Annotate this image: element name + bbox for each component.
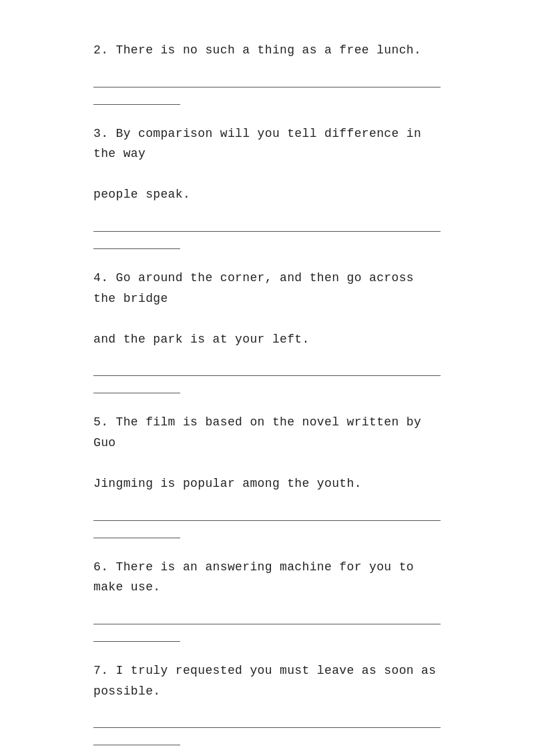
sentence-5: 5. The film is based on the novel writte… (93, 412, 441, 494)
exercise-item-7: 7. I truly requested you must leave as s… (93, 660, 441, 745)
exercise-list: 2. There is no such a thing as a free lu… (93, 40, 441, 756)
answer-lines-6 (93, 610, 441, 642)
item-number-4: 4. (93, 271, 108, 285)
sentence-3: 3. By comparison will you tell differenc… (93, 124, 441, 205)
answer-line-long-7[interactable] (93, 713, 441, 728)
exercise-item-6: 6. There is an answering machine for you… (93, 557, 441, 642)
answer-line-short-5[interactable] (93, 524, 180, 538)
sentence-4: 4. Go around the corner, and then go acr… (93, 268, 441, 349)
sentence-7: 7. I truly requested you must leave as s… (93, 660, 441, 701)
answer-lines-3 (93, 217, 441, 249)
exercise-item-5: 5. The film is based on the novel writte… (93, 412, 441, 538)
item-number-6: 6. (93, 560, 108, 574)
item-number-5: 5. (93, 415, 108, 429)
answer-line-short-3[interactable] (93, 234, 180, 249)
exercise-item-3: 3. By comparison will you tell differenc… (93, 124, 441, 249)
answer-lines-5 (93, 506, 441, 538)
answer-lines-4 (93, 361, 441, 393)
answer-line-long-5[interactable] (93, 506, 441, 521)
answer-lines-7 (93, 713, 441, 745)
answer-line-long-3[interactable] (93, 217, 441, 232)
sentence-6: 6. There is an answering machine for you… (93, 557, 441, 598)
answer-line-short-6[interactable] (93, 627, 180, 642)
answer-lines-2 (93, 73, 441, 105)
answer-line-long-6[interactable] (93, 610, 441, 624)
answer-line-short-7[interactable] (93, 731, 180, 745)
exercise-item-4: 4. Go around the corner, and then go acr… (93, 268, 441, 393)
answer-line-short-2[interactable] (93, 90, 180, 105)
item-number-2: 2. (93, 43, 108, 57)
answer-line-long-2[interactable] (93, 73, 441, 87)
answer-line-long-4[interactable] (93, 361, 441, 376)
exercise-item-2: 2. There is no such a thing as a free lu… (93, 40, 441, 105)
answer-line-short-4[interactable] (93, 379, 180, 393)
item-number-3: 3. (93, 127, 108, 140)
item-number-7: 7. (93, 664, 108, 677)
sentence-2: 2. There is no such a thing as a free lu… (93, 40, 441, 61)
